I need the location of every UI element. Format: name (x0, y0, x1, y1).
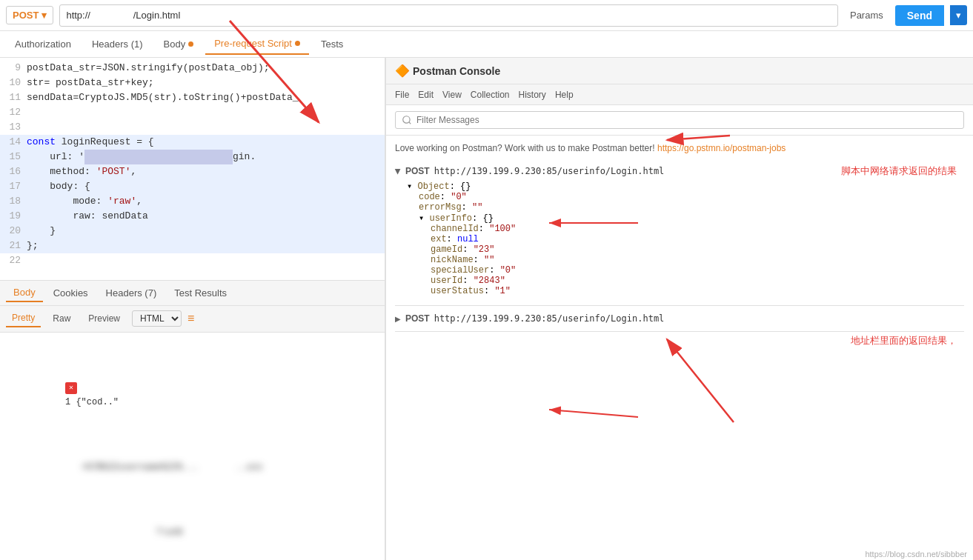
svg-line-2 (549, 410, 638, 417)
code-line: 13 (0, 120, 385, 135)
json-line: ▾ userInfo: {} (419, 213, 964, 224)
console-body: Love working on Postman? Work with us to… (386, 136, 973, 548)
response-line: ?\n#0 (12, 510, 373, 555)
console-title: Postman Console (413, 65, 500, 77)
response-tabs: Body Cookies Headers (7) Test Results (0, 281, 385, 306)
response-area[interactable]: ✕ 1 {"cod.." =%7B%22username%22%... ..us… (0, 333, 385, 561)
req-method-2: POST (405, 313, 430, 324)
promo-link[interactable]: https://go.pstmn.io/postman-jobs (657, 143, 786, 153)
response-toolbar: Pretty Raw Preview HTML JSON XML Text ≡ (0, 306, 385, 333)
tab-headers[interactable]: Headers (1) (83, 34, 152, 54)
code-line: 9 postData_str=JSON.stringify(postData_o… (0, 61, 385, 76)
right-panel: 🔶 Postman Console File Edit View Collect… (385, 58, 973, 560)
tab-tests[interactable]: Tests (312, 34, 352, 54)
tab-cookies[interactable]: Cookies (46, 284, 96, 301)
code-editor[interactable]: 9 postData_str=JSON.stringify(postData_o… (0, 58, 385, 281)
menu-file[interactable]: File (395, 90, 409, 100)
code-line: 19 raw: sendData (0, 209, 385, 224)
code-line: 20 } (0, 224, 385, 239)
menu-history[interactable]: History (519, 90, 546, 100)
tab-authorization[interactable]: Authorization (6, 34, 80, 54)
console-request-2: ▶ POST http://139.199.9.230:85/userinfo/… (395, 312, 964, 332)
request-tabs: Authorization Headers (1) Body Pre-reque… (0, 31, 973, 58)
watermark: https://blog.csdn.net/sibbber (386, 548, 973, 560)
send-dropdown-button[interactable]: ▾ (950, 5, 967, 25)
tab-body-label: Body (164, 39, 186, 50)
promo-text: Love working on Postman? Work with us to… (395, 141, 964, 156)
filter-input[interactable] (395, 111, 964, 129)
method-select[interactable]: POST ▾ (6, 6, 53, 24)
json-line: userId: "2843" (431, 276, 964, 286)
console-header: 🔶 Postman Console (386, 58, 973, 84)
code-line: 12 (0, 105, 385, 120)
req-url-1: http://139.199.9.230:85/userinfo/Login.h… (434, 166, 665, 176)
tab-body-response[interactable]: Body (6, 284, 43, 302)
tab-test-results[interactable]: Test Results (167, 284, 234, 301)
tab-headers-label: Headers (1) (92, 39, 143, 50)
resp-tab-raw[interactable]: Raw (47, 310, 76, 327)
req-body-1: ▾ Object: {} code: "0" errorMsg: "" ▾ us… (395, 178, 964, 299)
annotation-2: 地址栏里面的返回结果， (851, 334, 957, 347)
req-header-2[interactable]: ▶ POST http://139.199.9.230:85/userinfo/… (395, 312, 964, 325)
error-badge: ✕ (65, 382, 77, 394)
tab-authorization-label: Authorization (15, 39, 71, 50)
send-button[interactable]: Send (895, 5, 944, 26)
req-method-1: POST (405, 166, 430, 176)
json-line: specialUser: "0" (431, 265, 964, 276)
menu-view[interactable]: View (442, 90, 462, 100)
code-line: 11 sendData=CryptoJS.MD5(str).toString()… (0, 90, 385, 105)
body-dot (188, 41, 193, 47)
response-line: =%7B%22username%22%... ..uss (12, 445, 373, 490)
main-content: 9 postData_str=JSON.stringify(postData_o… (0, 58, 973, 560)
tab-tests-label: Tests (321, 39, 343, 50)
code-line: 10 str= postData_str+key; (0, 76, 385, 90)
expand-arrow-2: ▶ (395, 315, 401, 323)
json-line: userStatus: "1" (431, 286, 964, 296)
prerequest-dot (295, 41, 300, 46)
console-request-1: ▶ POST http://139.199.9.230:85/userinfo/… (395, 164, 964, 306)
params-button[interactable]: Params (844, 7, 889, 24)
format-icon: ≡ (187, 312, 194, 325)
format-select[interactable]: HTML JSON XML Text (132, 310, 182, 327)
json-line: channelId: "100" (431, 224, 964, 234)
json-line: errorMsg: "" (419, 202, 964, 213)
tab-headers-response[interactable]: Headers (7) (99, 284, 165, 301)
resp-tab-pretty[interactable]: Pretty (6, 310, 41, 327)
code-line: 15 url: ' gin. (0, 150, 385, 164)
json-line: ext: null (431, 234, 964, 244)
json-line: gameId: "23" (431, 244, 964, 255)
response-line: ✕ 1 {"cod.." (12, 365, 373, 424)
req-url-2: http://139.199.9.230:85/userinfo/Login.h… (434, 313, 665, 324)
tab-body[interactable]: Body (155, 34, 203, 54)
menu-collection[interactable]: Collection (471, 90, 510, 100)
json-line: code: "0" (419, 192, 964, 202)
url-input[interactable] (59, 4, 838, 27)
json-line: nickName: "" (431, 255, 964, 265)
code-line: 18 mode: 'raw', (0, 194, 385, 209)
filter-bar (386, 105, 973, 136)
code-line: 21 }; (0, 239, 385, 253)
tab-prerequest-label: Pre-request Script (214, 38, 292, 49)
tab-prerequest[interactable]: Pre-request Script (205, 33, 309, 55)
menu-edit[interactable]: Edit (418, 90, 434, 100)
method-label: POST (13, 10, 39, 21)
top-bar: POST ▾ Params Send ▾ (0, 0, 973, 31)
code-line: 16 method: 'POST', (0, 164, 385, 179)
menu-help[interactable]: Help (555, 90, 574, 100)
left-panel: 9 postData_str=JSON.stringify(postData_o… (0, 58, 385, 560)
code-line: 22 (0, 253, 385, 268)
console-menu-bar: File Edit View Collection History Help (386, 84, 973, 105)
expand-arrow-1: ▶ (394, 168, 402, 174)
resp-tab-preview[interactable]: Preview (82, 310, 126, 327)
method-arrow: ▾ (41, 10, 47, 21)
console-icon: 🔶 (395, 64, 410, 78)
json-line: ▾ Object: {} (407, 181, 964, 192)
code-line: 14 const loginRequest = { (0, 135, 385, 150)
annotation-1: 脚本中网络请求返回的结果 (841, 164, 957, 178)
code-line: 17 body: { (0, 179, 385, 194)
